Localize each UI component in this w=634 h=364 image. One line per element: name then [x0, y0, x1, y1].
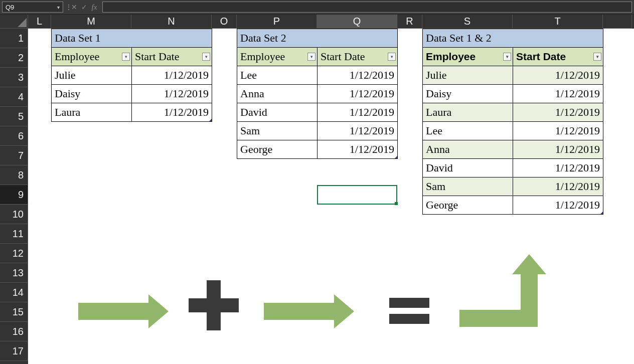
- accept-icon[interactable]: ✓: [79, 3, 89, 11]
- cell-startdate[interactable]: 1/12/2019: [513, 85, 603, 103]
- table2-col-employee: Employee ▾: [237, 48, 318, 66]
- cell-startdate[interactable]: 1/12/2019: [513, 66, 603, 85]
- column-headers: LMNOPQRST: [28, 15, 634, 29]
- column-header-S[interactable]: S: [422, 15, 513, 29]
- cell-startdate[interactable]: 1/12/2019: [318, 66, 398, 85]
- column-header-Q[interactable]: Q: [317, 15, 397, 29]
- cell-employee[interactable]: Laura: [423, 103, 513, 122]
- row-header-9[interactable]: 9: [0, 185, 28, 205]
- cell-startdate[interactable]: 1/12/2019: [132, 66, 212, 85]
- row-header-8[interactable]: 8: [0, 165, 28, 185]
- table-resize-handle-icon[interactable]: [395, 156, 397, 158]
- cell-startdate[interactable]: 1/12/2019: [513, 140, 603, 159]
- row-header-2[interactable]: 2: [0, 48, 28, 68]
- filter-dropdown-icon[interactable]: ▾: [503, 53, 511, 61]
- row-header-15[interactable]: 15: [0, 302, 28, 322]
- arrow-right-icon: [264, 294, 354, 328]
- cell-startdate[interactable]: 1/12/2019: [513, 196, 603, 215]
- table-row: Sam1/12/2019: [423, 177, 603, 196]
- column-header-M[interactable]: M: [51, 15, 131, 29]
- filter-dropdown-icon[interactable]: ▾: [122, 53, 130, 61]
- column-header-blank[interactable]: [603, 15, 632, 29]
- row-header-5[interactable]: 5: [0, 107, 28, 126]
- formula-bar: Q9 ▾ ⋮ ✕ ✓ fx: [0, 0, 634, 15]
- table3-title: Data Set 1 & 2: [423, 29, 603, 48]
- cell-startdate[interactable]: 1/12/2019: [513, 103, 603, 122]
- row-header-6[interactable]: 6: [0, 126, 28, 146]
- column-header-O[interactable]: O: [212, 15, 237, 29]
- column-header-N[interactable]: N: [131, 15, 212, 29]
- table-resize-handle-icon[interactable]: [600, 212, 603, 214]
- column-header-P[interactable]: P: [237, 15, 317, 29]
- cell-startdate[interactable]: 1/12/2019: [513, 122, 603, 140]
- column-header-T[interactable]: T: [513, 15, 603, 29]
- name-box-value: Q9: [6, 4, 14, 11]
- table-dataset-2: Data Set 2 Employee ▾ Start Date ▾ Lee1/…: [237, 29, 398, 159]
- table3-col-startdate: Start Date ▾: [513, 48, 603, 66]
- cell-startdate[interactable]: 1/12/2019: [318, 85, 398, 103]
- table2-title: Data Set 2: [237, 29, 398, 48]
- row-header-3[interactable]: 3: [0, 68, 28, 87]
- row-header-10[interactable]: 10: [0, 205, 28, 224]
- active-cell[interactable]: [317, 185, 397, 205]
- row-headers: 1234567891011121314151617: [0, 15, 28, 364]
- cell-employee[interactable]: Lee: [237, 66, 318, 85]
- cell-startdate[interactable]: 1/12/2019: [513, 177, 603, 196]
- cell-employee[interactable]: Sam: [237, 122, 318, 140]
- cell-startdate[interactable]: 1/12/2019: [318, 140, 398, 159]
- cell-employee[interactable]: Daisy: [52, 85, 132, 103]
- table2-body: Lee1/12/2019Anna1/12/2019David1/12/2019S…: [237, 66, 398, 159]
- cell-startdate[interactable]: 1/12/2019: [132, 103, 212, 122]
- filter-dropdown-icon[interactable]: ▾: [593, 53, 601, 61]
- table-row: Anna1/12/2019: [237, 85, 398, 103]
- row-header-12[interactable]: 12: [0, 244, 28, 263]
- table2-col-startdate: Start Date ▾: [318, 48, 398, 66]
- select-all-triangle[interactable]: [0, 15, 28, 29]
- cell-employee[interactable]: Lee: [423, 122, 513, 140]
- cells-area[interactable]: Data Set 1 Employee ▾ Start Date ▾ Julie…: [28, 29, 634, 364]
- cancel-icon[interactable]: ✕: [69, 3, 79, 11]
- cell-startdate[interactable]: 1/12/2019: [513, 159, 603, 177]
- cell-startdate[interactable]: 1/12/2019: [318, 122, 398, 140]
- row-header-1[interactable]: 1: [0, 29, 28, 48]
- cell-startdate[interactable]: 1/12/2019: [318, 103, 398, 122]
- table-row: Julie1/12/2019: [52, 66, 212, 85]
- table-row: Daisy1/12/2019: [52, 85, 212, 103]
- cell-employee[interactable]: Laura: [52, 103, 132, 122]
- cell-employee[interactable]: Julie: [52, 66, 132, 85]
- row-header-4[interactable]: 4: [0, 87, 28, 107]
- table-row: Laura1/12/2019: [423, 103, 603, 122]
- row-header-16[interactable]: 16: [0, 322, 28, 341]
- cell-employee[interactable]: Daisy: [423, 85, 513, 103]
- filter-dropdown-icon[interactable]: ▾: [388, 53, 396, 61]
- row-header-11[interactable]: 11: [0, 224, 28, 244]
- table-resize-handle-icon[interactable]: [209, 119, 212, 121]
- cell-employee[interactable]: Sam: [423, 177, 513, 196]
- row-header-7[interactable]: 7: [0, 146, 28, 165]
- cell-startdate[interactable]: 1/12/2019: [132, 85, 212, 103]
- cell-employee[interactable]: David: [423, 159, 513, 177]
- filter-dropdown-icon[interactable]: ▾: [307, 53, 315, 61]
- filter-dropdown-icon[interactable]: ▾: [202, 53, 210, 61]
- table1-col-employee: Employee ▾: [52, 48, 132, 66]
- chevron-down-icon[interactable]: ▾: [57, 5, 60, 10]
- name-box[interactable]: Q9 ▾: [2, 2, 63, 13]
- spreadsheet: 1234567891011121314151617 LMNOPQRST Data…: [0, 15, 634, 364]
- cell-employee[interactable]: Anna: [237, 85, 318, 103]
- row-header-17[interactable]: 17: [0, 341, 28, 361]
- column-header-R[interactable]: R: [397, 15, 422, 29]
- cell-employee[interactable]: George: [237, 140, 318, 159]
- table3-col-employee: Employee ▾: [423, 48, 513, 66]
- column-header-L[interactable]: L: [28, 15, 51, 29]
- cell-employee[interactable]: Anna: [423, 140, 513, 159]
- table-row: Anna1/12/2019: [423, 140, 603, 159]
- cell-employee[interactable]: Julie: [423, 66, 513, 85]
- cell-employee[interactable]: David: [237, 103, 318, 122]
- row-header-14[interactable]: 14: [0, 283, 28, 302]
- fx-icon[interactable]: fx: [89, 3, 99, 12]
- table-row: Daisy1/12/2019: [423, 85, 603, 103]
- row-header-13[interactable]: 13: [0, 263, 28, 283]
- table-row: George1/12/2019: [237, 140, 398, 159]
- cell-employee[interactable]: George: [423, 196, 513, 215]
- formula-input[interactable]: [102, 2, 632, 13]
